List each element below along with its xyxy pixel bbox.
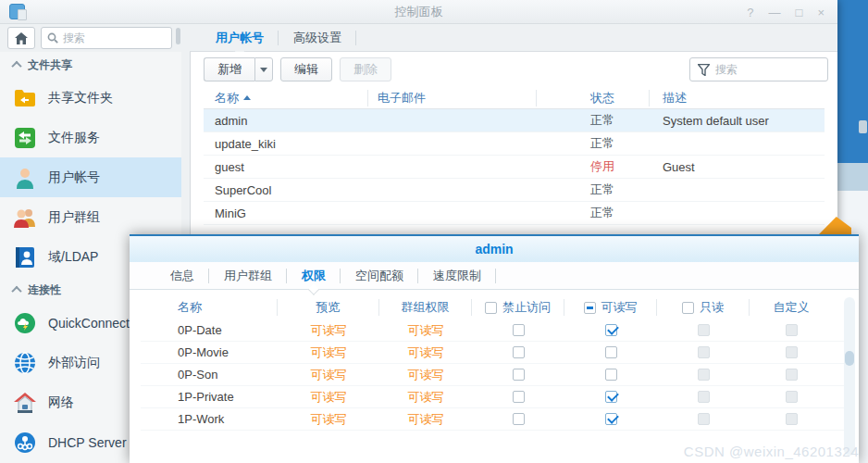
forbid-checkbox[interactable] <box>513 369 525 381</box>
custom-checkbox[interactable] <box>786 324 798 336</box>
close-icon[interactable]: × <box>817 6 825 19</box>
user-name: admin <box>204 114 368 128</box>
rw-checkbox[interactable] <box>605 346 617 358</box>
add-dropdown-button[interactable] <box>254 57 273 81</box>
custom-checkbox[interactable] <box>786 369 798 381</box>
group-perm: 可读写 <box>379 344 472 361</box>
quickconnect-icon <box>13 311 37 335</box>
column-header-email[interactable]: 电子邮件 <box>368 90 537 106</box>
user-table-header: 名称 电子邮件 状态 描述 <box>204 87 825 109</box>
table-row[interactable]: SuperCool 正常 <box>204 179 825 202</box>
perm-col-ro[interactable]: 只读 <box>657 299 750 316</box>
sidebar-section-file-sharing[interactable]: 文件共享 <box>0 52 181 78</box>
rw-checkbox[interactable] <box>605 413 617 425</box>
filter-search-input[interactable]: 搜索 <box>689 57 828 81</box>
app-icon <box>9 4 25 19</box>
dialog-titlebar[interactable]: admin <box>130 236 859 262</box>
perm-col-forbid[interactable]: 禁止访问 <box>472 299 564 316</box>
tab-advanced-settings[interactable]: 高级设置 <box>279 24 356 51</box>
forbid-checkbox[interactable] <box>513 346 525 358</box>
search-input[interactable]: 搜索 <box>41 27 172 49</box>
perm-col-name[interactable]: 名称 <box>141 299 278 316</box>
window-title: 控制面板 <box>0 4 837 20</box>
network-icon <box>13 391 37 415</box>
minimize-icon[interactable]: — <box>769 6 781 19</box>
perm-row[interactable]: 1P-Work 可读写 可读写 <box>141 408 848 431</box>
sidebar-scrollbar-thumb[interactable] <box>176 28 180 44</box>
perm-col-preview[interactable]: 预览 <box>278 299 379 316</box>
tab-label: 空间配额 <box>355 268 403 284</box>
ro-checkbox[interactable] <box>698 346 710 358</box>
titlebar[interactable]: 控制面板 ? — □ × <box>0 0 837 24</box>
dialog-title: admin <box>475 242 513 257</box>
ro-all-checkbox[interactable] <box>682 302 694 314</box>
search-placeholder: 搜索 <box>63 31 85 46</box>
add-button[interactable]: 新增 <box>204 57 254 81</box>
user-status: 正常 <box>537 112 650 129</box>
tab-label: 速度限制 <box>433 268 481 284</box>
tab-info[interactable]: 信息 <box>155 262 209 289</box>
desktop-scrollbar-thumb[interactable] <box>859 120 867 133</box>
ro-checkbox[interactable] <box>698 413 710 425</box>
custom-checkbox[interactable] <box>786 391 798 403</box>
folder-name: 0P-Son <box>141 368 278 382</box>
column-header-status[interactable]: 状态 <box>537 90 650 106</box>
help-icon[interactable]: ? <box>747 6 753 19</box>
dialog-scrollbar[interactable] <box>844 297 855 456</box>
sidebar-item-user-accounts[interactable]: 用户帐号 <box>0 157 181 197</box>
rw-checkbox[interactable] <box>605 391 617 403</box>
tab-divider <box>495 269 496 283</box>
tab-speed-limit[interactable]: 速度限制 <box>418 262 496 289</box>
main-tab-bar: 用户帐号 高级设置 <box>190 24 837 52</box>
perm-row[interactable]: 1P-Private 可读写 可读写 <box>141 386 848 408</box>
filter-placeholder: 搜索 <box>715 62 738 78</box>
home-button[interactable] <box>7 27 35 49</box>
dialog-tab-bar: 信息 用户群组 权限 空间配额 速度限制 <box>130 262 859 290</box>
table-row[interactable]: update_kiki 正常 <box>204 132 825 156</box>
perm-col-group[interactable]: 群组权限 <box>379 299 472 316</box>
sidebar-item-label: 域/LDAP <box>48 249 98 266</box>
toolbar: 新增 编辑 删除 搜索 <box>191 52 837 87</box>
custom-checkbox[interactable] <box>786 413 798 425</box>
tab-user-accounts[interactable]: 用户帐号 <box>201 24 279 51</box>
table-row[interactable]: MiniG 正常 <box>204 202 825 225</box>
rw-checkbox[interactable] <box>605 369 617 381</box>
column-header-name[interactable]: 名称 <box>204 90 368 106</box>
table-row[interactable]: guest 停用 Guest <box>204 156 825 179</box>
ro-checkbox[interactable] <box>698 369 710 381</box>
edit-button[interactable]: 编辑 <box>280 57 332 81</box>
perm-col-custom[interactable]: 自定义 <box>750 299 833 316</box>
maximize-icon[interactable]: □ <box>796 6 803 19</box>
perm-row[interactable]: 0P-Date 可读写 可读写 <box>141 319 848 342</box>
rw-checkbox[interactable] <box>605 324 617 336</box>
perm-row[interactable]: 0P-Son 可读写 可读写 <box>141 364 848 386</box>
sidebar-item-label: 外部访问 <box>48 355 100 371</box>
ro-checkbox[interactable] <box>698 324 710 336</box>
forbid-checkbox[interactable] <box>513 324 525 336</box>
tab-user-groups[interactable]: 用户群组 <box>209 262 287 289</box>
tab-label: 权限 <box>302 268 326 284</box>
tab-permissions[interactable]: 权限 <box>287 262 341 289</box>
sidebar-item-file-services[interactable]: 文件服务 <box>0 118 181 157</box>
delete-button[interactable]: 删除 <box>340 57 391 81</box>
perm-col-rw[interactable]: 可读写 <box>564 299 657 316</box>
sidebar-item-user-groups[interactable]: 用户群组 <box>0 197 181 237</box>
forbid-all-checkbox[interactable] <box>485 302 497 314</box>
user-group-icon <box>13 206 37 230</box>
user-status: 停用 <box>537 158 650 175</box>
forbid-checkbox[interactable] <box>513 391 525 403</box>
dialog-scrollbar-thumb[interactable] <box>845 351 854 366</box>
preview-perm: 可读写 <box>278 389 379 406</box>
perm-row[interactable]: 0P-Movie 可读写 可读写 <box>141 342 848 364</box>
chevron-up-icon <box>11 61 21 71</box>
ro-checkbox[interactable] <box>698 391 710 403</box>
table-row[interactable]: admin 正常 System default user <box>204 109 825 132</box>
custom-checkbox[interactable] <box>786 346 798 358</box>
dhcp-server-icon <box>13 431 37 455</box>
column-header-desc[interactable]: 描述 <box>650 90 825 106</box>
preview-perm: 可读写 <box>278 322 379 339</box>
sidebar-item-shared-folder[interactable]: 共享文件夹 <box>0 78 181 118</box>
forbid-checkbox[interactable] <box>513 413 525 425</box>
rw-all-checkbox[interactable] <box>584 302 596 314</box>
tab-quota[interactable]: 空间配额 <box>341 262 418 289</box>
